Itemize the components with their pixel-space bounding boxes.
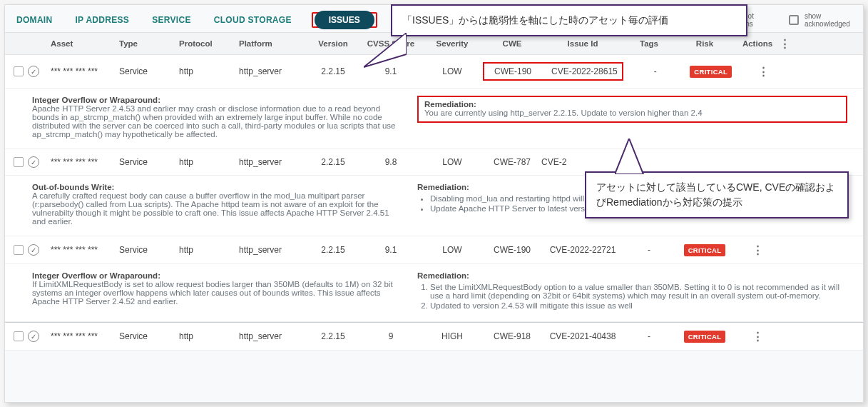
callout-tail-icon <box>364 33 407 69</box>
cell-protocol: http <box>179 245 239 255</box>
cell-protocol: http <box>179 157 239 167</box>
row-detail: Integer Overflow or Wraparound: Apache H… <box>5 89 863 149</box>
cell-cwe: CWE-190 <box>483 245 541 255</box>
cell-version: 2.2.15 <box>306 157 360 167</box>
cell-tags: - <box>624 331 674 341</box>
expand-icon[interactable]: ✓ <box>28 331 39 342</box>
col-actions[interactable]: Actions <box>735 39 780 48</box>
row-actions-icon[interactable]: ⋮ <box>752 243 763 256</box>
cwe-cve-highlight: CWE-190 CVE-2022-28615 <box>483 62 623 81</box>
row-checkbox[interactable] <box>14 66 24 76</box>
detail-title: Out-of-bounds Write: <box>32 183 114 191</box>
remediation-title: Remediation: <box>417 271 469 280</box>
cell-asset: *** *** *** *** <box>51 245 119 255</box>
cell-issue-id: CVE-2021-40438 <box>541 331 624 341</box>
tab-issues[interactable]: ISSUES <box>315 11 374 29</box>
table-row[interactable]: ✓ *** *** *** *** Service http http_serv… <box>5 55 863 89</box>
col-platform[interactable]: Platform <box>239 39 306 48</box>
cell-asset: *** *** *** *** <box>51 157 119 167</box>
tab-cloud-storage[interactable]: CLOUD STORAGE <box>211 11 295 29</box>
col-asset[interactable]: Asset <box>51 39 119 48</box>
cell-tags: - <box>624 245 674 255</box>
cell-protocol: http <box>179 66 239 76</box>
cell-type: Service <box>119 66 179 76</box>
cell-protocol: http <box>179 331 239 341</box>
remediation-item: Set the LimitXMLRequestBody option to a … <box>430 283 850 300</box>
cell-cvss: 9.1 <box>360 245 422 255</box>
cell-tags: - <box>630 66 680 76</box>
cell-version: 2.2.15 <box>306 245 360 255</box>
remediation-body: You are currently using http_server 2.2.… <box>424 109 703 117</box>
col-risk[interactable]: Risk <box>674 39 735 48</box>
cell-version: 2.2.15 <box>306 66 360 76</box>
remediation-highlight: Remediation: You are currently using htt… <box>417 96 847 123</box>
detail-body: A carefully crafted request body can cau… <box>32 191 389 226</box>
detail-body: Apache HTTP Server 2.4.53 and earlier ma… <box>32 104 395 139</box>
expand-icon[interactable]: ✓ <box>28 244 39 256</box>
callout-tail-icon <box>615 139 665 174</box>
cell-cvss: 9 <box>360 331 422 341</box>
tab-domain[interactable]: DOMAIN <box>14 11 55 29</box>
cell-type: Service <box>119 245 179 255</box>
svg-marker-3 <box>617 141 641 173</box>
detail-body: If LimitXMLRequestBody is set to allow r… <box>32 280 393 306</box>
cell-severity: LOW <box>422 157 483 167</box>
col-protocol[interactable]: Protocol <box>179 39 239 48</box>
cell-version: 2.2.15 <box>306 331 360 341</box>
detail-title: Integer Overflow or Wraparound: <box>32 96 160 104</box>
tab-service[interactable]: SERVICE <box>149 11 194 29</box>
column-menu-icon[interactable]: ⋮ <box>780 37 790 50</box>
cell-cwe: CWE-787 <box>483 157 541 167</box>
expand-icon[interactable]: ✓ <box>28 66 39 77</box>
col-type[interactable]: Type <box>119 39 179 48</box>
annotation-callout: アセットに対して該当しているCWE, CVEの確認およびRemediationか… <box>585 171 849 218</box>
row-actions-icon[interactable]: ⋮ <box>752 330 763 342</box>
cell-issue-id: CVE-2 <box>541 157 624 167</box>
tab-ip-address[interactable]: IP ADDRESS <box>72 11 132 29</box>
cell-platform: http_server <box>239 157 306 167</box>
table-row[interactable]: ✓ *** *** *** *** Service http http_serv… <box>5 322 863 351</box>
col-version[interactable]: Version <box>306 39 360 48</box>
annotation-text: アセットに対して該当しているCWE, CVEの確認およびRemediationか… <box>596 181 835 208</box>
remediation-title: Remediation: <box>424 100 476 109</box>
cell-severity: LOW <box>422 66 483 76</box>
col-issue[interactable]: Issue Id <box>541 39 624 48</box>
risk-badge: CRITICAL <box>684 244 726 256</box>
annotation-text: 「ISSUES」からは脆弱性を軸にした時のアセット毎の評価 <box>402 14 668 26</box>
cell-cvss: 9.8 <box>360 157 422 167</box>
cell-platform: http_server <box>239 245 306 255</box>
cell-asset: *** *** *** *** <box>51 66 119 76</box>
cell-platform: http_server <box>239 66 306 76</box>
cell-cwe: CWE-918 <box>483 331 541 341</box>
checkbox-icon <box>789 15 799 25</box>
cell-asset: *** *** *** *** <box>51 331 119 341</box>
table-row[interactable]: ✓ *** *** *** *** Service http http_serv… <box>5 236 863 264</box>
cell-type: Service <box>119 157 179 167</box>
risk-badge: CRITICAL <box>684 331 726 343</box>
cell-issue-id: CVE-2022-28615 <box>551 66 618 76</box>
show-ack-label: show acknowledged <box>805 12 854 28</box>
cell-issue-id: CVE-2022-22721 <box>541 245 624 255</box>
cell-type: Service <box>119 331 179 341</box>
col-tags[interactable]: Tags <box>624 39 674 48</box>
detail-title: Integer Overflow or Wraparound: <box>32 271 160 280</box>
row-checkbox[interactable] <box>14 331 24 341</box>
show-acknowledged-toggle[interactable]: show acknowledged <box>789 12 854 28</box>
expand-icon[interactable]: ✓ <box>28 156 39 168</box>
col-severity[interactable]: Severity <box>422 39 483 48</box>
cell-cwe: CWE-190 <box>489 66 537 76</box>
row-detail: Integer Overflow or Wraparound: If Limit… <box>5 264 863 322</box>
annotation-callout: 「ISSUES」からは脆弱性を軸にした時のアセット毎の評価 <box>391 4 747 36</box>
cell-severity: HIGH <box>422 331 483 341</box>
risk-badge: CRITICAL <box>690 66 732 78</box>
cell-platform: http_server <box>239 331 306 341</box>
remediation-item: Updated to version 2.4.53 will mitigate … <box>430 301 850 310</box>
cell-severity: LOW <box>422 245 483 255</box>
row-checkbox[interactable] <box>14 157 24 167</box>
row-checkbox[interactable] <box>14 245 24 255</box>
col-cwe[interactable]: CWE <box>483 39 541 48</box>
remediation-title: Remediation: <box>417 183 469 191</box>
tab-issues-highlight: ISSUES <box>312 12 377 28</box>
row-actions-icon[interactable]: ⋮ <box>758 65 769 77</box>
